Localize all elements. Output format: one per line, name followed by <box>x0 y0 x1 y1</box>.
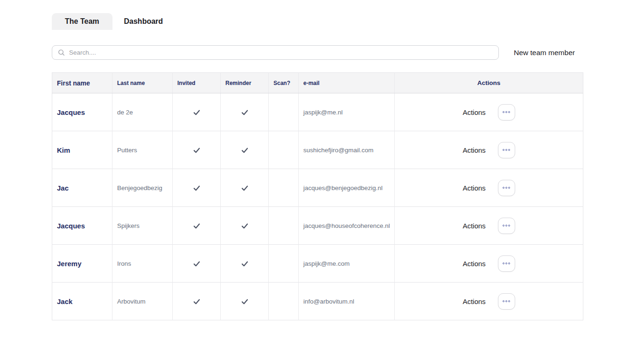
table-row: Jack Arbovitum info@arbovitum.nl Actions <box>52 283 583 320</box>
actions-menu-button[interactable] <box>498 218 515 234</box>
cell-first-name: Jacques <box>52 207 112 245</box>
cell-first-name: Jeremy <box>52 245 112 283</box>
table-row: Jacques de 2e jaspijk@me.nl Actions <box>52 93 583 131</box>
actions-label: Actions <box>462 222 485 230</box>
actions-menu-button[interactable] <box>498 180 515 196</box>
cell-email: jaspijk@me.nl <box>299 93 395 131</box>
actions-menu-button[interactable] <box>498 142 515 158</box>
cell-invited <box>173 169 221 207</box>
cell-invited <box>173 207 221 245</box>
toolbar: New team member <box>52 45 575 60</box>
cell-email: info@arbovitum.nl <box>299 283 395 320</box>
actions-label: Actions <box>462 146 485 154</box>
ellipsis-icon <box>503 300 505 303</box>
cell-last-name: Arbovitum <box>112 283 173 320</box>
column-header-email: e-mail <box>299 73 395 93</box>
ellipsis-icon <box>503 262 505 265</box>
cell-actions: Actions <box>395 207 583 245</box>
cell-scan <box>269 245 299 283</box>
cell-email: jacques@benjegoedbezig.nl <box>299 169 395 207</box>
team-table: First name Last name Invited Reminder Sc… <box>52 72 583 320</box>
cell-actions: Actions <box>395 245 583 283</box>
cell-email: jaspijk@me.com <box>299 245 395 283</box>
search-icon <box>58 49 65 56</box>
cell-actions: Actions <box>395 283 583 320</box>
cell-first-name: Jacques <box>52 93 112 131</box>
cell-scan <box>269 283 299 320</box>
column-header-first-name: First name <box>52 73 112 93</box>
cell-scan <box>269 207 299 245</box>
cell-last-name: Spijkers <box>112 207 173 245</box>
actions-menu-button[interactable] <box>498 293 515 310</box>
check-icon <box>193 108 201 116</box>
check-icon <box>241 146 249 154</box>
cell-scan <box>269 93 299 131</box>
actions-label: Actions <box>462 297 485 305</box>
check-icon <box>241 222 249 230</box>
cell-invited <box>173 245 221 283</box>
cell-last-name: Benjegoedbezig <box>112 169 173 207</box>
check-icon <box>193 260 201 268</box>
check-icon <box>193 184 201 192</box>
tab-dashboard[interactable]: Dashboard <box>112 13 163 30</box>
check-icon <box>193 146 201 154</box>
search-input[interactable] <box>69 49 493 56</box>
table-row: Jeremy Irons jaspijk@me.com Actions <box>52 245 583 283</box>
search-box[interactable] <box>52 45 499 60</box>
cell-scan <box>269 131 299 169</box>
table-row: Jacques Spijkers jacques@houseofcoherenc… <box>52 207 583 245</box>
team-table-wrapper: First name Last name Invited Reminder Sc… <box>52 72 583 320</box>
column-header-reminder: Reminder <box>221 73 269 93</box>
check-icon <box>241 108 249 116</box>
cell-reminder <box>221 245 269 283</box>
cell-invited <box>173 283 221 320</box>
cell-reminder <box>221 207 269 245</box>
check-icon <box>241 260 249 268</box>
actions-label: Actions <box>462 260 485 268</box>
cell-invited <box>173 131 221 169</box>
table-row: Kim Putters sushichefjiro@gmail.com Acti… <box>52 131 583 169</box>
column-header-last-name: Last name <box>112 73 173 93</box>
cell-email: jacques@houseofcoherence.nl <box>299 207 395 245</box>
ellipsis-icon <box>503 111 505 113</box>
actions-menu-button[interactable] <box>498 104 515 120</box>
column-header-scan: Scan? <box>269 73 299 93</box>
cell-first-name: Kim <box>52 131 112 169</box>
table-header-row: First name Last name Invited Reminder Sc… <box>52 73 583 93</box>
cell-first-name: Jack <box>52 283 112 320</box>
cell-reminder <box>221 169 269 207</box>
new-team-member-button[interactable]: New team member <box>514 49 575 57</box>
ellipsis-icon <box>503 187 505 189</box>
cell-invited <box>173 93 221 131</box>
tab-bar: The Team Dashboard <box>52 13 163 30</box>
team-page: The Team Dashboard New team member First… <box>0 0 644 354</box>
cell-last-name: Putters <box>112 131 173 169</box>
column-header-invited: Invited <box>173 73 221 93</box>
cell-actions: Actions <box>395 93 583 131</box>
column-header-actions: Actions <box>395 73 583 93</box>
check-icon <box>193 297 201 305</box>
check-icon <box>241 184 249 192</box>
cell-reminder <box>221 283 269 320</box>
check-icon <box>241 297 249 305</box>
cell-last-name: de 2e <box>112 93 173 131</box>
cell-reminder <box>221 93 269 131</box>
cell-last-name: Irons <box>112 245 173 283</box>
ellipsis-icon <box>503 225 505 227</box>
cell-email: sushichefjiro@gmail.com <box>299 131 395 169</box>
tab-the-team[interactable]: The Team <box>52 13 112 30</box>
actions-menu-button[interactable] <box>498 255 515 272</box>
cell-reminder <box>221 131 269 169</box>
table-row: Jac Benjegoedbezig jacques@benjegoedbezi… <box>52 169 583 207</box>
actions-label: Actions <box>462 184 485 192</box>
check-icon <box>193 222 201 230</box>
cell-actions: Actions <box>395 131 583 169</box>
ellipsis-icon <box>503 149 505 151</box>
actions-label: Actions <box>462 108 485 116</box>
cell-first-name: Jac <box>52 169 112 207</box>
cell-scan <box>269 169 299 207</box>
cell-actions: Actions <box>395 169 583 207</box>
